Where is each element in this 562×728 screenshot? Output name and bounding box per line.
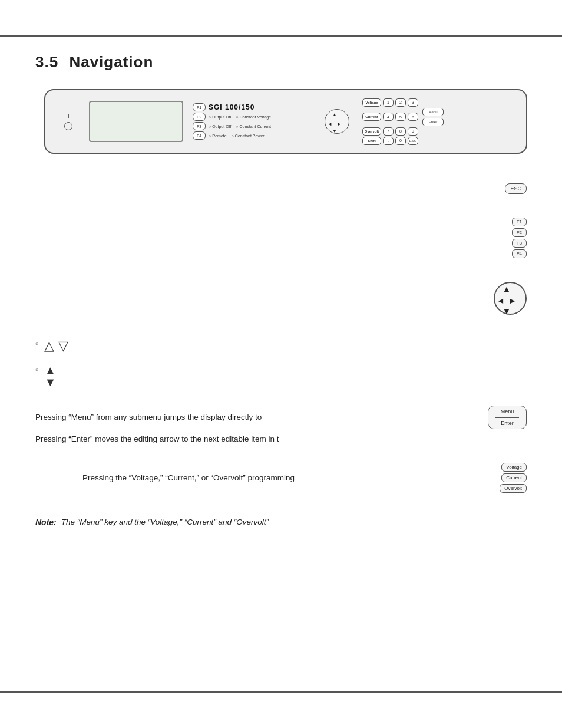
device-left-section: I [54,113,83,130]
spacer-4 [35,321,527,332]
voltage-row: Pressing the “Voltage,” “Current,” or “O… [35,463,527,493]
esc-key-illust: ESC [505,183,527,194]
menu-row: Pressing “Menu” from any submenu jumps t… [35,406,527,429]
voltage-key-device: Voltage [362,98,381,107]
model-name: SGI 100/150 [209,103,254,111]
f4-row: F4 ○ Remote ○ Constant Power [193,131,316,140]
right-arrow-device: ► [337,121,342,127]
key-2: 2 [395,98,406,107]
menu-paragraph: Pressing “Menu” from any submenu jumps t… [35,413,262,421]
spacer-8 [35,496,527,508]
note-label: Note: [35,518,57,527]
menu-enter-keys: Menu Enter [422,108,444,126]
key-7: 7 [383,127,394,136]
f1-key-illust: F1 [512,218,527,226]
esc-key-device: ESC [408,137,418,145]
nav-up-illust: ▲ [503,284,511,294]
section-title-text: Navigation [69,53,153,71]
overvolt-key-device: Overvolt [362,127,381,136]
cc-indicator: ○ Constant Current [236,124,270,129]
spacer-7 [35,451,527,463]
spacer-1 [35,166,527,177]
device-panel: I F1 SGI 100/150 F2 ○ Output On ○ Consta… [44,89,527,154]
enter-row: Pressing “Enter” moves the editing arrow… [35,433,527,446]
note-text: The “Menu” key and the “Voltage,” “Curre… [61,518,269,526]
spacer-3 [35,264,527,276]
key-9: 9 [408,127,418,136]
key-1: 1 [383,98,394,107]
menu-enter-divider-illust [495,417,519,418]
voltage-paragraph: Pressing the “Voltage,” “Current,” or “O… [82,473,295,482]
menu-key-device: Menu [422,108,444,116]
current-key-device: Current [362,113,381,121]
voltage-key-illust: Voltage [501,463,527,472]
spacer-5 [35,358,527,364]
nav-right-illust: ► [508,296,517,305]
section-title: 3.5 Navigation [35,53,153,71]
f2-row: F2 ○ Output On ○ Constant Voltage [193,113,316,121]
enter-paragraph: Pressing “Enter” moves the editing arrow… [35,434,279,443]
bullet-section: ○ △ ▽ ○ ▲ ▼ [35,338,527,388]
key-4: 4 [383,113,394,121]
note-section: Note: The “Menu” key and the “Voltage,” … [35,518,527,527]
voltage-keys-illust: Voltage Current Overvolt [500,463,527,493]
enter-key-label: Enter [501,420,514,426]
menu-text: Pressing “Menu” from any submenu jumps t… [35,411,482,424]
bullet-2: ○ ▲ ▼ [35,364,527,388]
enter-key-device: Enter [422,118,444,126]
key-dot: . [383,137,394,145]
nav-left-illust: ◄ [497,296,505,305]
f3-row: F3 ○ Output Off ○ Constant Current [193,122,316,130]
f2-key-device: F2 [193,113,206,121]
bold-down-arrow: ▼ [44,376,56,388]
bullet-dot-1: ○ [35,341,38,347]
bullet-1-content: △ ▽ [44,338,68,354]
arrows-up-down-bold: ▲ ▼ [44,364,56,388]
f3-indicators: ○ Output Off ○ Constant Current [209,124,271,129]
down-arrow-device: ▼ [332,129,337,134]
key-5: 5 [395,113,406,121]
spacer-6 [35,394,527,406]
output-on-indicator: ○ Output On [209,115,231,119]
arrows-up-down-light: △ ▽ [44,338,68,353]
fn-keys-area: F1 F2 F3 F4 [35,218,527,258]
cv-indicator: ○ Constant Voltage [236,115,271,119]
f4-key-device: F4 [193,131,206,140]
key-3: 3 [408,98,418,107]
key-0: 0 [395,137,406,145]
bottom-border [0,691,562,693]
up-arrow-device: ▲ [332,112,337,117]
bullet-dot-2: ○ [35,367,38,373]
numpad-section: Voltage 1 2 3 Current 4 5 6 Menu Enter [362,98,444,145]
nav-circle-device: ▲ ◄ ► ▼ [325,109,349,134]
remote-indicator: ○ Remote [209,134,227,138]
section-number: 3.5 [35,53,58,71]
bold-up-arrow: ▲ [44,364,56,376]
numpad-row-4: Shift . 0 ESC [362,137,444,145]
display-screen [89,101,183,142]
key-8: 8 [395,127,406,136]
numpad-row-1: Voltage 1 2 3 [362,98,444,107]
voltage-text: Pressing the “Voltage,” “Current,” or “O… [82,472,494,485]
menu-enter-block: Menu Enter [488,406,527,429]
top-border [0,35,562,37]
f3-key-illust: F3 [512,239,527,248]
nav-arrows-device: ▲ ◄ ► ▼ [322,109,352,134]
f1-row: F1 SGI 100/150 [193,103,316,111]
nav-key-area: ▲ ◄ ► ▼ [35,282,527,315]
esc-key-area: ESC [35,183,527,194]
bullet-1: ○ △ ▽ [35,338,527,354]
power-symbol-icon: I [67,113,69,120]
numpad-row-2: Current 4 5 6 Menu Enter [362,108,444,126]
f1-key-device: F1 [193,103,206,111]
device-illustration: I F1 SGI 100/150 F2 ○ Output On ○ Consta… [35,89,536,154]
left-arrow-device: ◄ [328,121,332,127]
f2-key-illust: F2 [512,228,527,237]
middle-section: F1 SGI 100/150 F2 ○ Output On ○ Constant… [193,103,316,140]
f4-key-illust: F4 [512,249,527,258]
f2-indicators: ○ Output On ○ Constant Voltage [209,115,271,119]
menu-key-label: Menu [501,409,514,414]
shift-key-device: Shift [362,137,381,145]
section-header: 3.5 Navigation [35,53,527,71]
output-off-indicator: ○ Output Off [209,124,231,129]
